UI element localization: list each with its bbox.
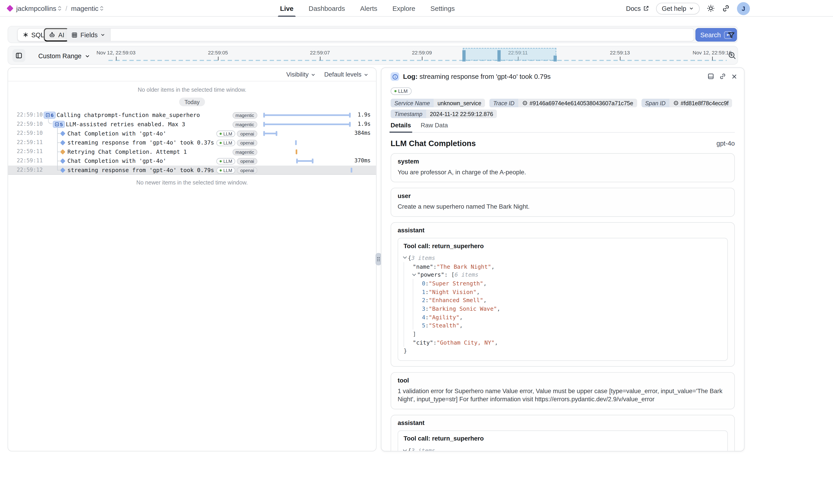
log-list-toolbar: Visibility Default levels	[8, 68, 376, 81]
log-row[interactable]: 22:59:12streaming response from 'gpt-4o'…	[8, 166, 376, 175]
log-timestamp: 22:59:11	[17, 148, 43, 154]
chip-value: unknown_service	[434, 99, 485, 107]
logfire-logo-icon	[6, 5, 13, 12]
span-bar-cap	[276, 131, 277, 136]
detail-tabs: DetailsRaw Data	[390, 122, 735, 133]
metadata-chip[interactable]: Trace ID#9146a6974e4e6140538043607a71c75…	[490, 99, 637, 107]
nav-tab-settings[interactable]: Settings	[423, 0, 462, 17]
panel-resize-handle[interactable]	[375, 253, 381, 265]
log-row[interactable]: 22:59:105LLM-assisted retries enabled. M…	[8, 120, 376, 129]
span-bar	[263, 114, 351, 116]
log-row[interactable]: 22:59:11streaming response from 'gpt-4o'…	[8, 138, 376, 147]
zoom-in-icon[interactable]	[728, 51, 736, 60]
timeline-selection[interactable]	[463, 48, 556, 61]
selector-updown-icon	[58, 6, 62, 10]
span-duration: 1.9s	[358, 112, 371, 117]
tab-raw-data[interactable]: Raw Data	[421, 122, 448, 132]
user-avatar[interactable]: J	[737, 2, 750, 15]
span-track	[263, 138, 352, 147]
levels-dropdown[interactable]: Default levels	[324, 71, 368, 78]
chip-value: #fd81e8f78c4ecc9f	[669, 99, 732, 107]
filter-funnel-icon[interactable]	[726, 30, 737, 41]
log-tags: LLMopenai	[216, 139, 258, 146]
json-indent-guide	[404, 287, 413, 296]
span-bar-cap	[312, 159, 313, 163]
no-older-items-text: No older items in the selected time wind…	[8, 86, 376, 93]
tag-llm: LLM	[216, 167, 236, 173]
project-selector[interactable]: magentic	[71, 4, 104, 12]
visibility-dropdown[interactable]: Visibility	[286, 71, 315, 78]
json-line: "powers": [ 6 items	[404, 270, 722, 279]
message-card-user: userCreate a new superhero named The Bar…	[390, 188, 735, 217]
today-badge: Today	[179, 98, 205, 106]
timeline-tick-mark	[422, 57, 422, 61]
timeline-bar: Custom Range Nov 12, 22:59:0322:59:0522:…	[7, 46, 738, 65]
span-track	[263, 166, 352, 175]
timeline-tick-label: 22:59:05	[208, 50, 228, 55]
log-timestamp: 22:59:10	[17, 130, 43, 136]
tab-details[interactable]: Details	[390, 122, 411, 132]
get-help-button[interactable]: Get help	[656, 2, 700, 15]
log-row[interactable]: 22:59:106Calling chatprompt-function mak…	[8, 111, 376, 120]
span-bar-cap	[263, 113, 265, 117]
timeline-tick-label: 22:59:09	[412, 50, 432, 55]
tree-connector	[57, 170, 61, 170]
close-icon[interactable]	[731, 73, 738, 80]
json-tree: { 3 items"name": "The Bark Night","power…	[404, 254, 722, 355]
json-line: "name": "The Bark Night",	[404, 262, 722, 270]
nav-tab-live[interactable]: Live	[272, 0, 301, 17]
json-indent-guide	[404, 270, 413, 279]
chevron-down-icon	[311, 72, 315, 77]
timeline-tick-label: 22:59:07	[310, 50, 330, 55]
timeline-baseline	[109, 60, 727, 61]
log-tags: magentic	[232, 112, 257, 119]
log-timestamp: 22:59:10	[17, 112, 43, 117]
link-icon	[673, 100, 679, 106]
search-input[interactable]	[111, 29, 694, 41]
json-indent-guide	[413, 287, 422, 296]
log-row[interactable]: 22:59:11Chat Completion with 'gpt-4o'LLM…	[8, 157, 376, 166]
span-duration: 370ms	[354, 158, 371, 163]
docs-link[interactable]: Docs	[626, 4, 649, 12]
message-card-assistant: assistantTool call: return_superhero{ 3 …	[390, 222, 735, 367]
visibility-label: Visibility	[286, 71, 309, 78]
copy-link-icon[interactable]	[719, 73, 726, 80]
green-dot-icon	[219, 142, 222, 144]
span-tick	[295, 140, 297, 145]
panel-bottom-icon[interactable]	[707, 73, 714, 80]
log-row[interactable]: 22:59:10Chat Completion with 'gpt-4o'LLM…	[8, 129, 376, 138]
ai-button[interactable]: AI	[44, 28, 69, 42]
theme-toggle-sun-icon[interactable]	[707, 4, 715, 13]
timeline-histogram[interactable]: Nov 12, 22:59:0322:59:0522:59:0722:59:09…	[8, 46, 737, 64]
message-role: tool	[398, 377, 728, 384]
log-row[interactable]: 22:59:11Retrying Chat Completion. Attemp…	[8, 147, 376, 157]
chevron-down-icon	[100, 32, 105, 37]
fields-button[interactable]: Fields	[66, 29, 111, 41]
nav-tab-dashboards[interactable]: Dashboards	[301, 0, 353, 17]
green-dot-icon	[219, 169, 222, 171]
collapse-count-badge[interactable]: 5	[53, 121, 65, 128]
json-collapse-chevron-icon[interactable]	[403, 448, 407, 451]
share-link-icon[interactable]	[722, 4, 730, 13]
tag-llm: LLM	[216, 130, 236, 137]
detail-body: LLM Chat Completions gpt-4o systemYou ar…	[390, 137, 735, 452]
query-toolbar: SQL AI Fields Search	[7, 26, 738, 43]
info-icon	[390, 72, 399, 81]
llm-tag: LLM	[390, 88, 411, 95]
nav-tab-alerts[interactable]: Alerts	[353, 0, 385, 17]
tag-openai: openai	[237, 139, 258, 146]
json-collapse-chevron-icon[interactable]	[403, 255, 407, 259]
warn-diamond-icon	[60, 149, 65, 154]
json-line: 3: "Barking Sonic Wave",	[404, 304, 722, 313]
json-indent-guide	[404, 321, 413, 330]
nav-tab-explore[interactable]: Explore	[385, 0, 423, 17]
section-title: LLM Chat Completions	[390, 139, 476, 148]
org-selector[interactable]: jackmpcollins	[16, 4, 62, 12]
json-collapse-chevron-icon[interactable]	[412, 272, 416, 276]
log-message: Calling chatprompt-function make_superhe…	[57, 112, 200, 118]
docs-label: Docs	[626, 4, 641, 12]
log-timestamp: 22:59:12	[17, 167, 43, 172]
message-card-system: systemYou are professor A, in charge of …	[390, 153, 735, 182]
message-role: user	[398, 193, 728, 199]
metadata-chip[interactable]: Span ID#fd81e8f78c4ecc9f	[641, 99, 732, 107]
